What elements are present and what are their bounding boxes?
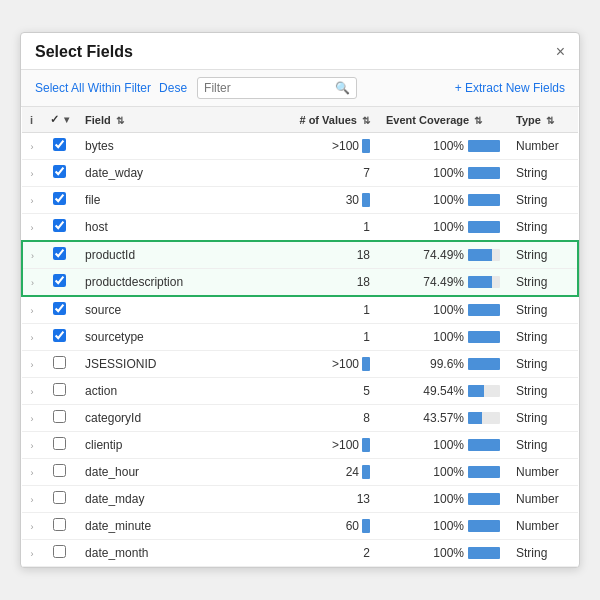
select-all-link[interactable]: Select All Within Filter [35,81,151,95]
expand-cell: › [22,432,42,459]
coverage-bar-background [468,412,500,424]
coverage-text: 74.49% [422,248,464,262]
expand-arrow-icon[interactable]: › [31,169,34,179]
table-row: › source 1 100% String [22,296,578,324]
expand-cell: › [22,351,42,378]
field-header-label: Field ⇅ [85,114,124,126]
expand-cell: › [22,459,42,486]
extract-new-fields-link[interactable]: + Extract New Fields [455,81,565,95]
values-bar [362,465,370,479]
values-text: >100 [332,357,359,371]
field-checkbox[interactable] [53,219,66,232]
filter-input[interactable] [204,81,331,95]
checkbox-cell[interactable] [42,324,77,351]
expand-arrow-icon[interactable]: › [31,495,34,505]
expand-arrow-icon[interactable]: › [31,333,34,343]
field-checkbox[interactable] [53,491,66,504]
expand-arrow-icon[interactable]: › [31,196,34,206]
checkbox-cell[interactable] [42,459,77,486]
expand-arrow-icon[interactable]: › [31,360,34,370]
values-cell: 24 [278,459,378,486]
checkbox-cell[interactable] [42,486,77,513]
expand-cell: › [22,187,42,214]
type-cell: String [508,269,578,297]
coverage-bar-fill [468,547,500,559]
field-checkbox[interactable] [53,545,66,558]
expand-arrow-icon[interactable]: › [31,251,34,261]
coverage-cell: 100% [378,160,508,187]
checkbox-cell[interactable] [42,187,77,214]
checkbox-cell[interactable] [42,269,77,297]
coverage-bar-background [468,493,500,505]
check-sort-icon: ✓ ▾ [50,113,69,125]
close-button[interactable]: × [556,44,565,60]
checkbox-cell[interactable] [42,296,77,324]
field-checkbox[interactable] [53,329,66,342]
field-checkbox[interactable] [53,356,66,369]
expand-arrow-icon[interactable]: › [31,223,34,233]
checkbox-cell[interactable] [42,432,77,459]
expand-arrow-icon[interactable]: › [31,387,34,397]
field-checkbox[interactable] [53,518,66,531]
field-checkbox[interactable] [53,274,66,287]
checkbox-cell[interactable] [42,214,77,242]
values-bar [362,438,370,452]
th-values[interactable]: # of Values ⇅ [278,107,378,133]
field-name-cell: file [77,187,278,214]
expand-arrow-icon[interactable]: › [31,142,34,152]
field-checkbox[interactable] [53,192,66,205]
coverage-text: 100% [422,492,464,506]
coverage-cell: 100% [378,513,508,540]
field-checkbox[interactable] [53,165,66,178]
expand-arrow-icon[interactable]: › [31,414,34,424]
checkbox-cell[interactable] [42,133,77,160]
th-check[interactable]: ✓ ▾ [42,107,77,133]
field-checkbox[interactable] [53,302,66,315]
field-name-cell: clientip [77,432,278,459]
coverage-header-label: Event Coverage ⇅ [386,114,482,126]
th-type[interactable]: Type ⇅ [508,107,578,133]
checkbox-cell[interactable] [42,405,77,432]
th-coverage[interactable]: Event Coverage ⇅ [378,107,508,133]
field-checkbox[interactable] [53,464,66,477]
table-row: › file 30 100% String [22,187,578,214]
field-checkbox[interactable] [53,410,66,423]
field-name-cell: source [77,296,278,324]
field-name-cell: date_hour [77,459,278,486]
checkbox-cell[interactable] [42,351,77,378]
checkbox-cell[interactable] [42,378,77,405]
th-field[interactable]: Field ⇅ [77,107,278,133]
coverage-bar-background [468,140,500,152]
field-checkbox[interactable] [53,383,66,396]
coverage-cell: 49.54% [378,378,508,405]
expand-arrow-icon[interactable]: › [31,468,34,478]
expand-arrow-icon[interactable]: › [31,278,34,288]
checkbox-cell[interactable] [42,241,77,269]
values-text: 18 [357,248,370,262]
values-cell: 1 [278,324,378,351]
expand-arrow-icon[interactable]: › [31,522,34,532]
field-name-cell: sourcetype [77,324,278,351]
coverage-bar-fill [468,194,500,206]
expand-arrow-icon[interactable]: › [31,549,34,559]
type-cell: Number [508,459,578,486]
field-checkbox[interactable] [53,247,66,260]
deselect-link[interactable]: Dese [159,81,187,95]
values-bar [362,139,370,153]
values-text: 13 [357,492,370,506]
values-cell: 18 [278,241,378,269]
type-header-label: Type ⇅ [516,114,554,126]
values-text: 30 [346,193,359,207]
expand-arrow-icon[interactable]: › [31,441,34,451]
checkbox-cell[interactable] [42,160,77,187]
coverage-bar-background [468,221,500,233]
values-text: 8 [363,411,370,425]
checkbox-cell[interactable] [42,513,77,540]
field-checkbox[interactable] [53,437,66,450]
checkbox-cell[interactable] [42,540,77,567]
table-header-row: i ✓ ▾ Field ⇅ # of Values ⇅ Event Covera… [22,107,578,133]
expand-arrow-icon[interactable]: › [31,306,34,316]
type-cell: String [508,296,578,324]
field-checkbox[interactable] [53,138,66,151]
filter-input-wrap: 🔍 [197,77,357,99]
